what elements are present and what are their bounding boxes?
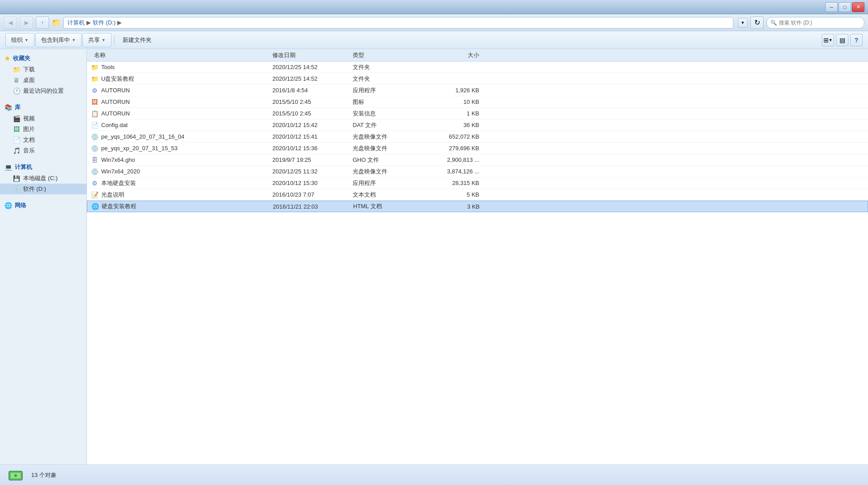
maximize-button[interactable]: □ xyxy=(839,2,851,12)
organize-label: 组织 xyxy=(11,36,23,44)
sidebar-item-music[interactable]: 🎵 音乐 xyxy=(0,145,86,156)
sidebar-item-drive-c[interactable]: 💾 本地磁盘 (C:) xyxy=(0,173,86,184)
file-date: 2020/12/25 14:52 xyxy=(269,75,349,82)
file-type: DAT 文件 xyxy=(349,121,420,129)
back-button[interactable]: ◀ xyxy=(4,16,17,29)
file-size: 5 KB xyxy=(420,191,483,198)
file-name-text: Tools xyxy=(101,64,115,70)
breadcrumb-computer[interactable]: 计算机 xyxy=(67,19,85,27)
breadcrumb-dropdown[interactable]: ▼ xyxy=(738,18,748,28)
file-icon: 📁 xyxy=(91,63,99,71)
help-button[interactable]: ? xyxy=(850,34,863,46)
share-button[interactable]: 共享 ▼ xyxy=(82,33,111,47)
file-date: 2016/1/8 4:54 xyxy=(269,87,349,94)
col-type-header[interactable]: 类型 xyxy=(349,51,420,59)
table-row[interactable]: 📁 U盘安装教程 2020/12/25 14:52 文件夹 xyxy=(87,73,868,85)
file-icon: 📋 xyxy=(91,110,99,118)
table-row[interactable]: 📝 光盘说明 2016/10/23 7:07 文本文档 5 KB xyxy=(87,189,868,201)
search-box: 🔍 xyxy=(766,17,864,29)
file-type: GHO 文件 xyxy=(349,156,420,164)
file-name-text: 硬盘安装教程 xyxy=(102,202,136,210)
drive-d-icon: 💿 xyxy=(12,185,21,193)
sidebar-item-download[interactable]: 📁 下载 xyxy=(0,64,86,75)
table-row[interactable]: ⚙ 本地硬盘安装 2020/10/12 15:30 应用程序 28,315 KB xyxy=(87,177,868,189)
file-icon: 📁 xyxy=(91,75,99,83)
file-name-text: AUTORUN xyxy=(101,87,130,94)
file-date: 2020/10/12 15:42 xyxy=(269,122,349,128)
table-row[interactable]: 💿 pe_yqs_1064_20_07_31_16_04 2020/10/12 … xyxy=(87,131,868,143)
file-date: 2020/10/12 15:41 xyxy=(269,133,349,140)
network-header[interactable]: 🌐 网络 xyxy=(0,200,86,211)
sidebar-item-drive-d[interactable]: 💿 软件 (D:) xyxy=(0,184,86,194)
up-button[interactable]: ↑ xyxy=(36,16,49,29)
search-input[interactable] xyxy=(779,20,860,26)
file-name-text: Win7x64.gho xyxy=(101,156,135,163)
help-icon: ? xyxy=(855,37,859,44)
file-name-text: U盘安装教程 xyxy=(101,75,134,83)
table-row[interactable]: 📄 Config.dat 2020/10/12 15:42 DAT 文件 36 … xyxy=(87,119,868,131)
file-size: 3 KB xyxy=(421,203,483,210)
table-row[interactable]: 📋 AUTORUN 2015/5/10 2:45 安装信息 1 KB xyxy=(87,108,868,119)
library-header[interactable]: 📚 库 xyxy=(0,102,86,113)
file-type: HTML 文档 xyxy=(350,202,421,210)
table-row[interactable]: ⚙ AUTORUN 2016/1/8 4:54 应用程序 1,926 KB xyxy=(87,85,868,96)
favorites-section: ★ 收藏夹 📁 下载 🖥 桌面 🕐 最近访问的位置 xyxy=(0,53,86,96)
favorites-label: 收藏夹 xyxy=(13,54,30,62)
network-section: 🌐 网络 xyxy=(0,200,86,211)
col-name-header[interactable]: 名称 xyxy=(91,51,269,59)
image-label: 图片 xyxy=(23,125,35,133)
file-size: 36 KB xyxy=(420,122,483,128)
organize-button[interactable]: 组织 ▼ xyxy=(5,33,34,47)
library-icon: 📚 xyxy=(4,104,12,111)
file-list-container: 名称 修改日期 类型 大小 📁 Tools 2020/12/25 14:52 文… xyxy=(87,49,868,464)
music-icon: 🎵 xyxy=(12,147,21,155)
breadcrumb-drive-d[interactable]: 软件 (D:) xyxy=(93,19,115,27)
computer-header[interactable]: 💻 计算机 xyxy=(0,161,86,173)
file-name-text: 光盘说明 xyxy=(101,191,124,199)
minimize-button[interactable]: ─ xyxy=(825,2,838,12)
doc-label: 文档 xyxy=(23,136,35,144)
refresh-button[interactable]: ↻ xyxy=(750,16,764,29)
view-button[interactable]: ⊞ ▼ xyxy=(822,34,834,46)
table-row[interactable]: 🗄 Win7x64.gho 2019/9/7 19:25 GHO 文件 2,90… xyxy=(87,154,868,166)
table-row[interactable]: 🌐 硬盘安装教程 2016/11/21 22:03 HTML 文档 3 KB xyxy=(87,201,868,212)
table-row[interactable]: 📁 Tools 2020/12/25 14:52 文件夹 xyxy=(87,62,868,73)
image-icon: 🖼 xyxy=(12,125,21,133)
status-text: 13 个对象 xyxy=(31,471,57,479)
sidebar-item-video[interactable]: 🎬 视频 xyxy=(0,113,86,124)
sidebar-item-doc[interactable]: 📄 文档 xyxy=(0,135,86,145)
sidebar-item-recent[interactable]: 🕐 最近访问的位置 xyxy=(0,86,86,96)
view-type-button[interactable]: ▤ xyxy=(836,34,848,46)
include-library-button[interactable]: 包含到库中 ▼ xyxy=(35,33,82,47)
recent-icon: 🕐 xyxy=(12,87,21,95)
addressbar: ◀ ▶ ↑ 📁 计算机 ▶ 软件 (D:) ▶ ▼ ↻ 🔍 xyxy=(0,14,868,31)
include-library-label: 包含到库中 xyxy=(41,36,70,44)
download-icon: 📁 xyxy=(12,66,21,74)
close-button[interactable]: ✕ xyxy=(852,2,864,12)
file-size: 1,926 KB xyxy=(420,87,483,94)
sidebar-item-image[interactable]: 🖼 图片 xyxy=(0,124,86,135)
download-label: 下载 xyxy=(23,66,35,74)
library-section: 📚 库 🎬 视频 🖼 图片 📄 文档 xyxy=(0,102,86,156)
forward-icon: ▶ xyxy=(25,20,29,26)
table-row[interactable]: 🖼 AUTORUN 2015/5/10 2:45 图标 10 KB xyxy=(87,96,868,108)
sidebar-item-desktop[interactable]: 🖥 桌面 xyxy=(0,75,86,86)
new-folder-button[interactable]: 新建文件夹 xyxy=(117,33,157,47)
file-date: 2019/9/7 19:25 xyxy=(269,156,349,163)
view-dropdown-icon: ▼ xyxy=(829,38,833,42)
col-date-header[interactable]: 修改日期 xyxy=(269,51,349,59)
col-size-header[interactable]: 大小 xyxy=(420,51,483,59)
share-label: 共享 xyxy=(88,36,100,44)
favorites-header[interactable]: ★ 收藏夹 xyxy=(0,53,86,64)
file-name-text: pe_yqs_1064_20_07_31_16_04 xyxy=(101,133,185,140)
column-header: 名称 修改日期 类型 大小 xyxy=(87,49,868,62)
file-icon: 📄 xyxy=(91,121,99,129)
table-row[interactable]: 💿 Win7x64_2020 2020/12/25 11:32 光盘映像文件 3… xyxy=(87,166,868,177)
refresh-icon: ↻ xyxy=(754,18,760,27)
file-name-text: Win7x64_2020 xyxy=(101,168,140,175)
status-icon xyxy=(7,467,24,484)
table-row[interactable]: 💿 pe_yqs_xp_20_07_31_15_53 2020/10/12 15… xyxy=(87,143,868,154)
desktop-label: 桌面 xyxy=(23,76,35,84)
statusbar: 13 个对象 xyxy=(0,464,868,485)
forward-button[interactable]: ▶ xyxy=(20,16,33,29)
